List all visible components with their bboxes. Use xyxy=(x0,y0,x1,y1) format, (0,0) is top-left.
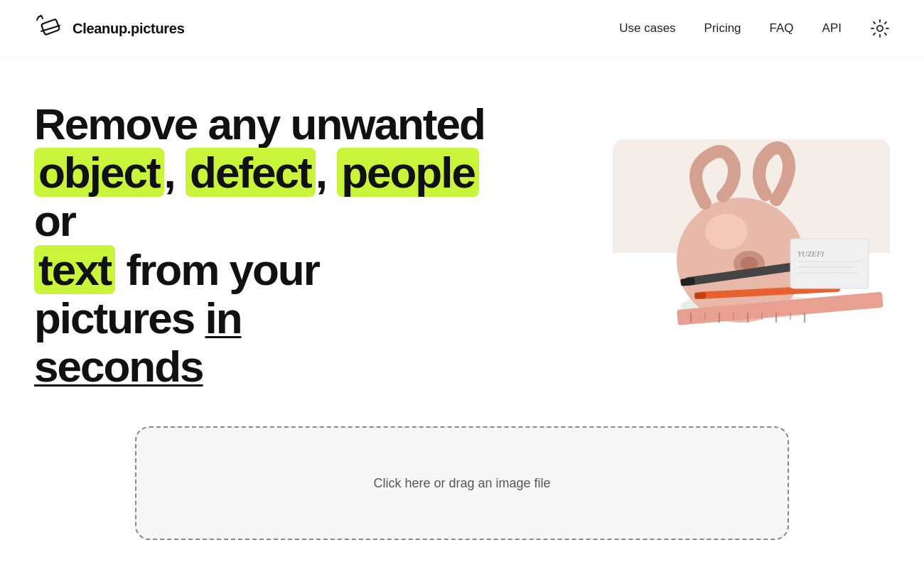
svg-rect-26 xyxy=(694,292,706,299)
hero-section: Remove any unwanted object, defect, peop… xyxy=(0,58,924,426)
main-nav: Use cases Pricing FAQ API xyxy=(619,18,890,38)
word-object: object xyxy=(34,148,164,197)
nav-use-cases[interactable]: Use cases xyxy=(619,21,675,36)
word-defect: defect xyxy=(186,148,316,197)
svg-point-5 xyxy=(877,26,883,31)
nav-api[interactable]: API xyxy=(822,21,842,36)
word-people: people xyxy=(337,148,479,197)
svg-line-2 xyxy=(41,16,43,18)
headline-line1: Remove any unwanted xyxy=(34,100,489,148)
hero-image-svg: YUZEFI xyxy=(613,139,890,352)
headline-line2: object, defect, people or xyxy=(34,148,489,245)
upload-dropzone[interactable]: Click here or drag an image file xyxy=(135,426,789,540)
svg-text:YUZEFI: YUZEFI xyxy=(797,249,825,258)
hero-headline: Remove any unwanted object, defect, peop… xyxy=(34,100,489,391)
logo-area[interactable]: Cleanup.pictures xyxy=(34,13,184,44)
word-seconds: seconds xyxy=(34,342,203,391)
nav-pricing[interactable]: Pricing xyxy=(704,21,741,36)
headline-line4: seconds xyxy=(34,342,489,391)
word-text: text xyxy=(34,245,115,294)
svg-rect-27 xyxy=(790,239,869,288)
logo-icon xyxy=(34,13,65,44)
word-or: or xyxy=(34,196,75,245)
settings-icon[interactable] xyxy=(870,18,890,38)
header: Cleanup.pictures Use cases Pricing FAQ A… xyxy=(0,0,924,58)
hero-image: YUZEFI xyxy=(613,139,890,352)
upload-label: Click here or drag an image file xyxy=(373,476,550,491)
logo-text: Cleanup.pictures xyxy=(72,21,184,37)
hero-text: Remove any unwanted object, defect, peop… xyxy=(34,100,489,391)
svg-line-1 xyxy=(37,17,38,20)
headline-line3: text from your pictures in xyxy=(34,246,489,342)
upload-section: Click here or drag an image file xyxy=(0,426,924,540)
nav-faq[interactable]: FAQ xyxy=(770,21,794,36)
word-in: in xyxy=(205,293,241,342)
svg-point-10 xyxy=(705,214,748,249)
